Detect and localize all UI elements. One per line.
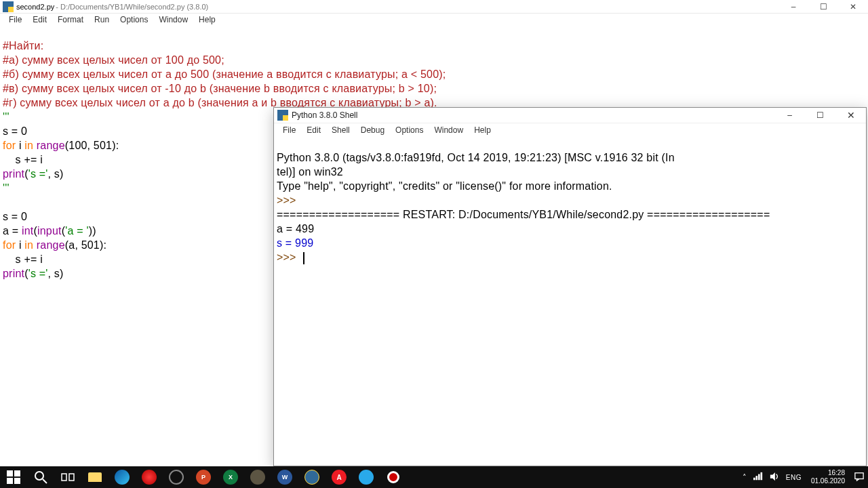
taskbar-app-gimp[interactable] xyxy=(244,466,271,488)
start-button[interactable] xyxy=(0,466,27,488)
taskbar: P X W A ˄ ENG 16:28 01.06.2020 xyxy=(0,466,868,488)
tray-date: 01.06.2020 xyxy=(811,477,845,485)
svg-rect-7 xyxy=(14,478,20,484)
shell-menu-edit[interactable]: Edit xyxy=(302,125,326,136)
menu-run[interactable]: Run xyxy=(90,14,114,25)
taskbar-app-telegram[interactable] xyxy=(353,466,380,488)
tray-network-icon[interactable] xyxy=(753,472,763,483)
svg-rect-14 xyxy=(758,474,760,481)
python-shell-icon xyxy=(277,110,288,121)
svg-marker-16 xyxy=(770,472,775,481)
menu-help[interactable]: Help xyxy=(194,14,220,25)
svg-point-8 xyxy=(35,472,43,480)
code-comment: #а) сумму всех целых чисел от 100 до 500… xyxy=(3,54,224,66)
svg-rect-3 xyxy=(283,115,288,121)
taskbar-app-adobe[interactable]: A xyxy=(326,466,353,488)
shell-window-controls: – ☐ ✕ xyxy=(774,108,866,123)
search-icon[interactable] xyxy=(27,466,54,488)
shell-menu-options[interactable]: Options xyxy=(391,125,428,136)
shell-banner: tel)] on win32 xyxy=(277,166,343,178)
editor-minimize-button[interactable]: – xyxy=(778,0,808,14)
svg-rect-6 xyxy=(7,478,13,484)
tray-clock[interactable]: 16:28 01.06.2020 xyxy=(808,467,848,487)
taskbar-app-recorder[interactable] xyxy=(380,466,407,488)
svg-line-9 xyxy=(43,479,47,483)
shell-menu-help[interactable]: Help xyxy=(469,125,496,136)
system-tray: ˄ ENG 16:28 01.06.2020 xyxy=(743,467,868,487)
shell-menubar: File Edit Shell Debug Options Window Hel… xyxy=(274,123,866,136)
code-line: s += i xyxy=(3,154,43,165)
shell-title: Python 3.8.0 Shell xyxy=(292,110,357,120)
svg-rect-1 xyxy=(8,7,14,12)
code-line: s = 0 xyxy=(3,125,27,137)
shell-window: Python 3.8.0 Shell – ☐ ✕ File Edit Shell… xyxy=(273,107,867,466)
taskbar-app-opera[interactable] xyxy=(136,466,163,488)
shell-maximize-button[interactable]: ☐ xyxy=(805,108,835,123)
svg-rect-13 xyxy=(755,476,757,480)
editor-window-controls: – ☐ ✕ xyxy=(778,0,868,14)
menu-format[interactable]: Format xyxy=(53,14,88,25)
tray-overflow-icon[interactable]: ˄ xyxy=(743,473,747,482)
editor-close-button[interactable]: ✕ xyxy=(838,0,868,14)
menu-options[interactable]: Options xyxy=(115,14,153,25)
text-cursor xyxy=(303,252,304,264)
editor-title-path: - D:/Documents/YB1/While/second2.py (3.8… xyxy=(56,3,208,11)
code-comment: #Найти: xyxy=(3,40,43,52)
code-line: s = 0 xyxy=(3,211,27,222)
menu-window[interactable]: Window xyxy=(154,14,193,25)
code-comment: #в) сумму всех целых чисел от -10 до b (… xyxy=(3,83,437,94)
editor-titlebar[interactable]: second2.py - D:/Documents/YB1/While/seco… xyxy=(0,0,868,14)
svg-rect-12 xyxy=(753,478,755,481)
shell-minimize-button[interactable]: – xyxy=(774,108,805,123)
svg-rect-5 xyxy=(14,470,20,476)
svg-rect-10 xyxy=(62,474,66,481)
taskbar-app-chrome[interactable] xyxy=(163,466,190,488)
task-view-icon[interactable] xyxy=(54,466,81,488)
taskbar-app-powerpoint[interactable]: P xyxy=(190,466,217,488)
code-comment: #б) сумму всех целых чисел от a до 500 (… xyxy=(3,68,446,80)
shell-banner: Python 3.8.0 (tags/v3.8.0:fa919fd, Oct 1… xyxy=(277,152,675,163)
shell-output-area[interactable]: Python 3.8.0 (tags/v3.8.0:fa919fd, Oct 1… xyxy=(274,136,866,280)
shell-close-button[interactable]: ✕ xyxy=(835,108,866,123)
taskbar-app-edge[interactable] xyxy=(108,466,136,488)
shell-prompt: >>> xyxy=(277,251,299,263)
taskbar-app-explorer[interactable] xyxy=(81,466,108,488)
shell-menu-debug[interactable]: Debug xyxy=(356,125,389,136)
menu-edit[interactable]: Edit xyxy=(28,14,52,25)
svg-rect-4 xyxy=(7,470,13,476)
shell-prompt: >>> xyxy=(277,195,299,206)
shell-output-line: s = 999 xyxy=(277,237,313,249)
tray-time: 16:28 xyxy=(811,469,845,477)
shell-menu-file[interactable]: File xyxy=(278,125,300,136)
shell-menu-shell[interactable]: Shell xyxy=(327,125,355,136)
svg-rect-11 xyxy=(69,474,74,481)
editor-maximize-button[interactable]: ☐ xyxy=(808,0,838,14)
shell-restart-banner: =================== RESTART: D:/Document… xyxy=(277,209,770,220)
tray-notifications-icon[interactable] xyxy=(854,472,864,483)
code-docstring: ''' xyxy=(3,111,9,123)
taskbar-app-word[interactable]: W xyxy=(271,466,298,488)
svg-rect-17 xyxy=(855,473,863,479)
shell-menu-window[interactable]: Window xyxy=(429,125,468,136)
svg-rect-15 xyxy=(760,472,762,480)
tray-volume-icon[interactable] xyxy=(770,472,779,483)
code-line: s += i xyxy=(3,253,43,265)
editor-title-filename: second2.py xyxy=(16,3,54,11)
taskbar-app-excel[interactable]: X xyxy=(217,466,244,488)
taskbar-app-idle[interactable] xyxy=(298,466,326,488)
python-file-icon xyxy=(3,1,14,12)
shell-input-echo: a = 499 xyxy=(277,223,314,235)
editor-menubar: File Edit Format Run Options Window Help xyxy=(0,14,868,26)
menu-file[interactable]: File xyxy=(4,14,26,25)
shell-titlebar[interactable]: Python 3.8.0 Shell – ☐ ✕ xyxy=(274,108,866,123)
code-docstring: ''' xyxy=(3,182,9,194)
code-kw: for xyxy=(3,140,19,151)
tray-language-indicator[interactable]: ENG xyxy=(786,474,802,481)
